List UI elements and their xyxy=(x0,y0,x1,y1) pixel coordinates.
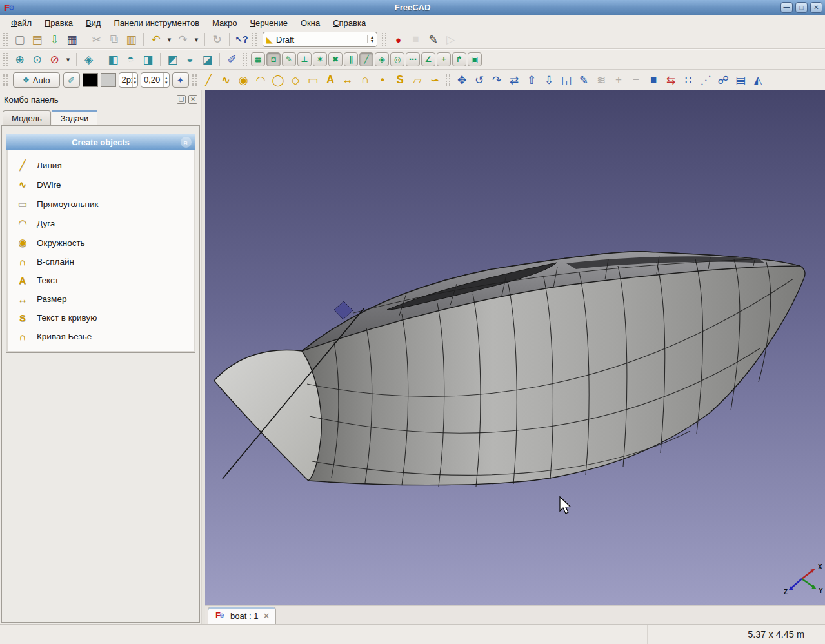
draft-to-sketch-button[interactable]: ⇆ xyxy=(662,72,680,88)
line-width-spinbox[interactable]: 2px ▴▾ xyxy=(119,72,139,88)
edit-object-button[interactable]: ✎ xyxy=(575,72,593,88)
trimex-button[interactable]: ⇄ xyxy=(506,72,523,88)
snap-grid-toggle-button[interactable]: ▣ xyxy=(468,52,482,66)
toolbar-grip[interactable] xyxy=(3,33,8,46)
toolbar-grip[interactable] xyxy=(192,74,197,86)
cut-button[interactable]: ✂ xyxy=(88,31,105,48)
remove-point-button[interactable]: − xyxy=(628,72,645,88)
left-view-button[interactable]: ◪ xyxy=(199,51,216,68)
copy-button[interactable]: ⧉ xyxy=(105,31,123,48)
line-color-swatch[interactable] xyxy=(83,73,98,87)
clone-button[interactable]: ☍ xyxy=(715,72,732,88)
snap-lock-button[interactable]: ◘ xyxy=(266,52,281,66)
construction-mode-button[interactable]: ✐ xyxy=(63,72,80,88)
task-item-bspline[interactable]: ∩B-сплайн xyxy=(8,252,194,271)
offset-button[interactable]: ↷ xyxy=(488,72,506,88)
scale-button[interactable]: ◱ xyxy=(558,72,575,88)
snap-parallel-button[interactable]: ∥ xyxy=(344,52,358,66)
snap-special-button[interactable]: ✶ xyxy=(313,52,327,66)
snap-intersection-button[interactable]: ✖ xyxy=(328,52,343,66)
task-item-shapestring[interactable]: SТекст в кривую xyxy=(8,308,194,327)
task-item-line[interactable]: ╱Линия xyxy=(8,156,194,175)
workbench-selector[interactable]: ◣ Draft ▴ ▾ xyxy=(263,32,377,47)
open-file-button[interactable]: ▤ xyxy=(28,31,46,48)
paste-button[interactable]: ▥ xyxy=(123,31,140,48)
refresh-button[interactable]: ↻ xyxy=(208,31,226,48)
whats-this-button[interactable]: ↖? xyxy=(233,31,250,48)
front-view-button[interactable]: ◧ xyxy=(104,51,122,68)
right-view-button[interactable]: ◨ xyxy=(139,51,157,68)
snap-grid-button[interactable]: ▦ xyxy=(251,52,265,66)
snap-endpoint-button[interactable]: ✎ xyxy=(282,52,296,66)
working-plane-button[interactable]: ❖ Auto xyxy=(13,72,60,88)
3d-viewport[interactable]: X Y Z xyxy=(205,90,825,605)
upgrade-button[interactable]: ⇧ xyxy=(523,72,541,88)
task-item-bezier[interactable]: ∩Кривая Безье xyxy=(8,327,194,346)
macro-play-button[interactable]: ▷ xyxy=(442,31,459,48)
draft-bezier-button[interactable]: ∽ xyxy=(426,72,444,88)
minimize-button[interactable]: — xyxy=(780,2,793,13)
menu-windows[interactable]: Окна xyxy=(295,17,326,29)
snap-dimensions-button[interactable]: ⋯ xyxy=(406,52,420,66)
macro-stop-button[interactable]: ■ xyxy=(407,31,424,48)
top-view-button[interactable]: ◓ xyxy=(122,51,139,68)
undo-dropdown-button[interactable]: ▾ xyxy=(164,31,174,48)
snap-perpendicular-button[interactable]: ⊥ xyxy=(297,52,312,66)
menu-edit[interactable]: Правка xyxy=(39,17,79,29)
toolbar-grip[interactable] xyxy=(252,33,257,46)
menu-view[interactable]: Вид xyxy=(80,17,107,29)
draft-wire-button[interactable]: ∿ xyxy=(217,72,235,88)
task-item-dwire[interactable]: ∿DWire xyxy=(8,175,194,194)
tab-close-button[interactable]: ✕ xyxy=(263,611,270,621)
snap-ortho-button[interactable]: ↱ xyxy=(452,52,466,66)
drawing-view-button[interactable]: ▤ xyxy=(732,72,750,88)
bottom-view-button[interactable]: ◒ xyxy=(181,51,199,68)
collapse-section-button[interactable]: « xyxy=(181,137,192,148)
wire-to-bspline-button[interactable]: ≋ xyxy=(593,72,610,88)
draw-style-dropdown[interactable]: ▾ xyxy=(63,51,73,68)
menu-toolbars[interactable]: Панели инструментов xyxy=(108,17,205,29)
mirror-button[interactable]: ◭ xyxy=(750,72,767,88)
macro-edit-button[interactable]: ✎ xyxy=(424,31,442,48)
draft-dimension-button[interactable]: ↔ xyxy=(339,72,357,88)
new-file-button[interactable]: ▢ xyxy=(11,31,28,48)
draft-shapestring-button[interactable]: S xyxy=(392,72,409,88)
tab-model[interactable]: Модель xyxy=(3,110,51,125)
path-array-button[interactable]: ⋰ xyxy=(697,72,715,88)
tab-tasks[interactable]: Задачи xyxy=(52,110,98,125)
draft-facebinder-button[interactable]: ▱ xyxy=(409,72,426,88)
snap-angle-button[interactable]: ∠ xyxy=(421,52,435,66)
snap-center-button[interactable]: ◈ xyxy=(375,52,389,66)
undo-button[interactable]: ↶ xyxy=(147,31,164,48)
draft-polygon-button[interactable]: ◇ xyxy=(287,72,304,88)
dock-float-button[interactable]: ❏ xyxy=(177,95,186,104)
close-button[interactable]: ✕ xyxy=(810,2,822,13)
face-color-swatch[interactable] xyxy=(101,73,116,87)
menu-help[interactable]: Справка xyxy=(327,17,372,29)
boat-model[interactable] xyxy=(214,252,805,487)
maximize-button[interactable]: □ xyxy=(795,2,808,13)
text-scale-spinbox[interactable]: 0,20 ▴▾ xyxy=(141,72,170,88)
draft-bspline-button[interactable]: ∩ xyxy=(357,72,374,88)
apply-style-button[interactable]: ✦ xyxy=(172,72,189,88)
task-item-arc[interactable]: ◠Дуга xyxy=(8,214,194,233)
task-item-circle[interactable]: ◉Окружность xyxy=(8,233,194,252)
menu-file[interactable]: Файл xyxy=(5,17,37,29)
rear-view-button[interactable]: ◩ xyxy=(164,51,181,68)
task-item-dimension[interactable]: ↔Размер xyxy=(8,290,194,308)
snap-midpoint-button[interactable]: + xyxy=(437,52,451,66)
print-button[interactable]: ▦ xyxy=(63,31,81,48)
snap-concentric-button[interactable]: ◎ xyxy=(390,52,404,66)
redo-dropdown-button[interactable]: ▾ xyxy=(192,31,201,48)
fit-all-button[interactable]: ⊕ xyxy=(11,51,28,68)
toolbar-grip[interactable] xyxy=(382,33,386,46)
macro-record-button[interactable]: ● xyxy=(390,31,407,48)
menu-macro[interactable]: Макро xyxy=(206,17,243,29)
task-item-rectangle[interactable]: ▭Прямоугольник xyxy=(8,194,194,214)
shape-2d-view-button[interactable]: ■ xyxy=(645,72,662,88)
toolbar-grip[interactable] xyxy=(243,53,247,66)
array-button[interactable]: ∷ xyxy=(680,72,697,88)
draft-ellipse-button[interactable]: ◯ xyxy=(270,72,287,88)
task-item-text[interactable]: AТекст xyxy=(8,271,194,290)
draft-circle-button[interactable]: ◉ xyxy=(235,72,252,88)
